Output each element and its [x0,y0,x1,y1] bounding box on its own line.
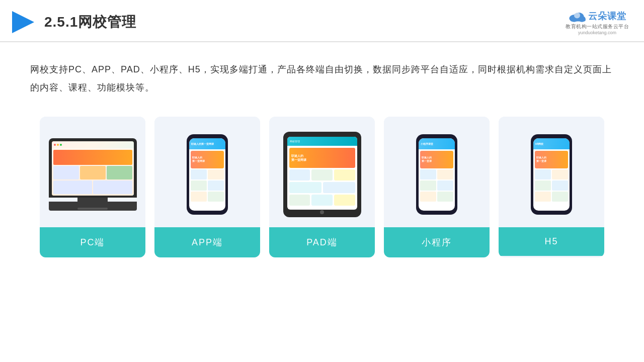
pad-image-area: 网校管理 职途人的第一堂网课 [269,117,375,227]
description: 网校支持PC、APP、PAD、小程序、H5，实现多端打通，产品各终端自由切换，数… [0,42,644,107]
pad-label: PAD端 [269,227,375,257]
pc-label: PC端 [40,227,145,257]
logo-sub: 教育机构一站式服务云平台 [566,23,629,30]
cloud-icon [568,9,586,23]
h5-image-area: H5网校 职途人的第一堂课 [499,117,604,227]
description-text: 网校支持PC、APP、PAD、小程序、H5，实现多端打通，产品各终端自由切换，数… [30,64,612,93]
card-mini: 小程序课堂 职途人的第一堂课 [384,117,490,257]
app-image-area: 职途人的第一堂网课 职途人的第一堂网课 [154,117,260,227]
card-h5: H5网校 职途人的第一堂课 [499,117,604,257]
svg-point-5 [574,13,580,19]
logo-text: 云朵课堂 [588,10,626,22]
mini-phone-mockup: 小程序课堂 职途人的第一堂课 [414,134,459,215]
app-label: APP端 [154,227,260,257]
tablet-mockup: 网校管理 职途人的第一堂网课 [283,132,361,217]
cards-container: PC端 职途人的第一堂网课 职途人的第一堂网课 [0,107,644,273]
app-phone-mockup: 职途人的第一堂网课 职途人的第一堂网课 [185,134,230,215]
card-app: 职途人的第一堂网课 职途人的第一堂网课 [154,117,260,257]
svg-rect-4 [571,19,586,22]
h5-phone-mockup: H5网校 职途人的第一堂课 [529,134,574,215]
pc-image-area [40,117,145,227]
logo-url: yunduoketang.com [578,30,616,35]
mini-image-area: 小程序课堂 职途人的第一堂课 [384,117,490,227]
h5-label: H5 [499,227,604,256]
pc-mockup [49,138,137,211]
svg-marker-0 [12,11,34,33]
card-pad: 网校管理 职途人的第一堂网课 [269,117,375,257]
play-icon [10,9,36,35]
mini-label: 小程序 [384,227,490,257]
header-left: 2.5.1网校管理 [10,9,136,35]
card-pc: PC端 [40,117,145,257]
page-title: 2.5.1网校管理 [44,13,136,32]
logo-cloud: 云朵课堂 [568,9,626,23]
logo-area: 云朵课堂 教育机构一站式服务云平台 yunduoketang.com [566,9,629,35]
header: 2.5.1网校管理 云朵课堂 教育机构一站式服务云平台 yunduoketang… [0,0,644,42]
